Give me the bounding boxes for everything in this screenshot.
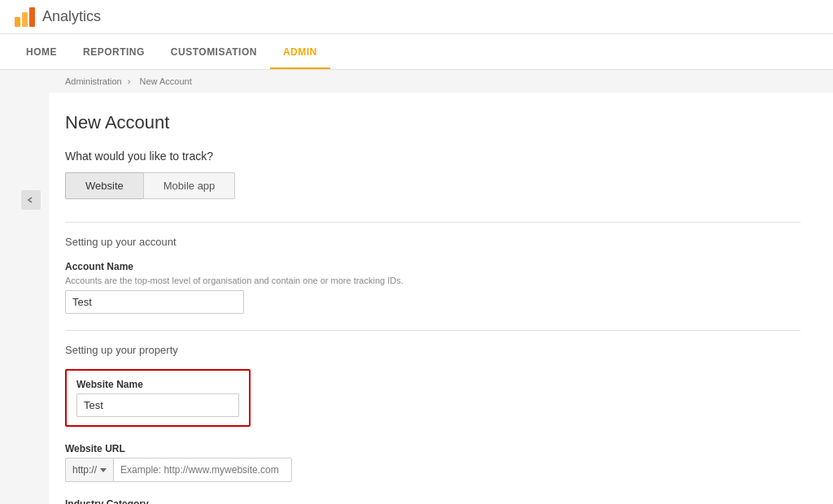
svg-rect-1 bbox=[22, 12, 28, 27]
analytics-logo-icon bbox=[13, 6, 36, 28]
url-protocol-dropdown[interactable]: http:// bbox=[65, 458, 113, 482]
svg-rect-2 bbox=[29, 7, 35, 27]
breadcrumb-current: New Account bbox=[140, 76, 192, 86]
main-nav: HOME REPORTING CUSTOMISATION ADMIN bbox=[0, 34, 833, 70]
nav-home[interactable]: HOME bbox=[13, 46, 70, 69]
track-type-selector: Website Mobile app bbox=[65, 172, 800, 199]
website-url-label: Website URL bbox=[65, 443, 800, 454]
chevron-down-icon bbox=[100, 468, 107, 472]
url-field-row: http:// bbox=[65, 458, 800, 482]
sidebar-toggle-area bbox=[16, 93, 46, 504]
header: Analytics bbox=[0, 0, 833, 34]
website-name-input[interactable] bbox=[76, 393, 239, 417]
account-name-field-group: Account Name Accounts are the top-most l… bbox=[65, 261, 800, 314]
page-title: New Account bbox=[65, 112, 800, 133]
nav-customisation[interactable]: CUSTOMISATION bbox=[158, 46, 270, 69]
website-url-field-group: Website URL http:// bbox=[65, 443, 800, 482]
breadcrumb-parent[interactable]: Administration bbox=[65, 76, 122, 86]
breadcrumb: Administration › New Account bbox=[0, 70, 833, 93]
nav-reporting[interactable]: REPORTING bbox=[70, 46, 158, 69]
website-name-label: Website Name bbox=[76, 379, 239, 390]
website-name-highlighted-group: Website Name bbox=[65, 369, 251, 427]
industry-label: Industry Category bbox=[65, 498, 800, 504]
section-divider-2 bbox=[65, 330, 800, 331]
url-protocol-text: http:// bbox=[72, 464, 97, 476]
breadcrumb-separator: › bbox=[128, 76, 131, 86]
section-divider-1 bbox=[65, 222, 800, 223]
nav-admin[interactable]: ADMIN bbox=[270, 46, 330, 69]
account-name-input[interactable] bbox=[65, 290, 244, 314]
account-name-label: Account Name bbox=[65, 261, 800, 272]
track-question: What would you like to track? bbox=[65, 150, 800, 163]
account-section-heading: Setting up your account bbox=[65, 236, 800, 248]
logo-container: Analytics bbox=[13, 6, 101, 28]
industry-field-group: Industry Category Select One bbox=[65, 498, 800, 504]
sidebar-toggle-button[interactable] bbox=[21, 190, 41, 210]
svg-rect-0 bbox=[15, 17, 20, 27]
content-area: New Account What would you like to track… bbox=[49, 93, 833, 504]
track-website-button[interactable]: Website bbox=[65, 172, 143, 199]
property-section-heading: Setting up your property bbox=[65, 344, 800, 356]
account-name-hint: Accounts are the top-most level of organ… bbox=[65, 276, 800, 285]
toggle-arrow-icon bbox=[27, 196, 35, 204]
app-title: Analytics bbox=[42, 8, 101, 25]
main-wrapper: New Account What would you like to track… bbox=[0, 93, 833, 504]
website-url-input[interactable] bbox=[113, 458, 292, 482]
track-mobile-button[interactable]: Mobile app bbox=[143, 172, 236, 199]
